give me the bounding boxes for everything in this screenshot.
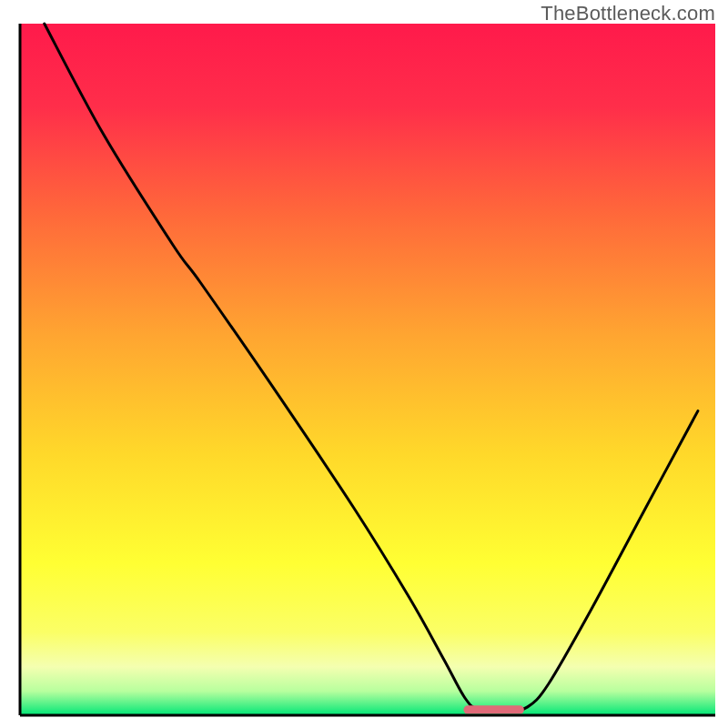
plot-background bbox=[20, 24, 715, 715]
watermark-text: TheBottleneck.com bbox=[541, 2, 715, 25]
optimal-range-marker bbox=[463, 705, 523, 713]
bottleneck-chart bbox=[0, 0, 728, 728]
